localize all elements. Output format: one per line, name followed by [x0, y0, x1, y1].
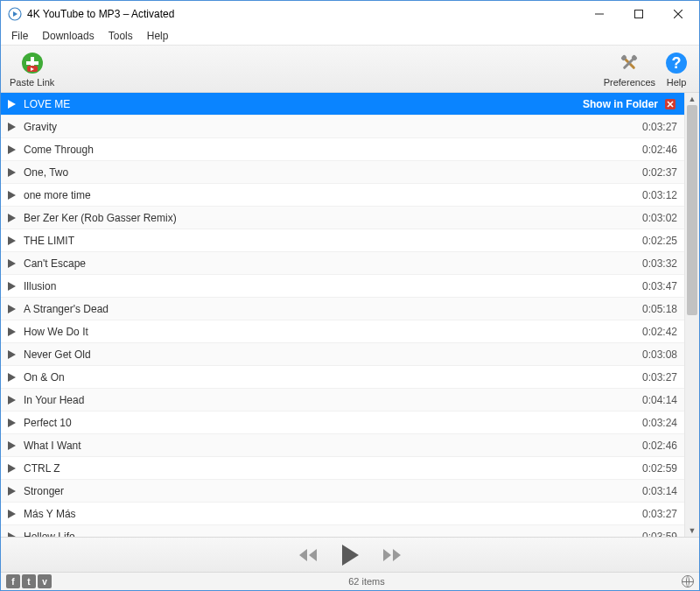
track-duration: 0:03:27 — [642, 121, 677, 133]
track-duration: 0:03:32 — [642, 257, 677, 270]
globe-icon[interactable] — [682, 575, 694, 587]
track-name: Hollow Life — [24, 531, 635, 538]
track-row[interactable]: Come Through0:02:46 — [1, 138, 684, 161]
play-icon — [6, 191, 17, 200]
track-duration: 0:02:42 — [642, 326, 677, 338]
play-icon — [6, 214, 17, 222]
window-title: 4K YouTube to MP3 – Activated — [27, 8, 579, 20]
track-row[interactable]: Can't Escape0:03:32 — [1, 252, 684, 275]
play-icon — [6, 100, 17, 109]
track-row[interactable]: How We Do It0:02:42 — [1, 320, 684, 343]
next-button[interactable] — [379, 542, 405, 568]
preferences-label: Preferences — [604, 77, 655, 88]
help-icon: ? — [664, 51, 689, 75]
app-window: 4K YouTube to MP3 – Activated File Downl… — [0, 0, 700, 591]
titlebar: 4K YouTube to MP3 – Activated — [1, 1, 699, 27]
track-row[interactable]: Stronger0:03:14 — [1, 480, 684, 503]
scrollbar[interactable]: ▲ ▼ — [684, 93, 699, 537]
track-name: CTRL Z — [24, 462, 635, 475]
facebook-icon[interactable]: f — [6, 574, 20, 588]
track-name: How We Do It — [24, 326, 635, 338]
track-row[interactable]: Más Y Más0:03:27 — [1, 503, 684, 525]
scroll-thumb[interactable] — [687, 105, 697, 315]
track-name: Never Get Old — [24, 348, 635, 361]
track-duration: 0:03:27 — [642, 508, 677, 520]
play-icon — [6, 487, 17, 496]
play-icon — [6, 305, 17, 313]
help-label: Help — [667, 77, 687, 88]
paste-link-icon — [20, 51, 45, 75]
play-icon — [6, 532, 17, 538]
paste-link-button[interactable]: Paste Link — [6, 48, 58, 90]
show-in-folder-link[interactable]: Show in Folder — [583, 98, 658, 110]
maximize-button[interactable] — [619, 2, 658, 27]
track-duration: 0:03:27 — [642, 371, 677, 383]
play-icon — [6, 123, 17, 131]
track-row[interactable]: Gravity0:03:27 — [1, 116, 684, 138]
track-name: LOVE ME — [24, 98, 583, 110]
menu-downloads[interactable]: Downloads — [35, 28, 101, 44]
track-row[interactable]: Hollow Life0:03:59 — [1, 525, 684, 537]
twitter-icon[interactable]: t — [22, 574, 36, 588]
track-duration: 0:03:02 — [642, 212, 677, 224]
item-count: 62 items — [52, 576, 682, 587]
track-row[interactable]: On & On0:03:27 — [1, 366, 684, 389]
track-name: What I Want — [24, 440, 635, 452]
track-row[interactable]: LOVE MEShow in Folder — [1, 93, 684, 116]
track-row[interactable]: One, Two0:02:37 — [1, 161, 684, 184]
track-name: THE LIMIT — [24, 235, 635, 247]
track-list[interactable]: LOVE MEShow in FolderGravity0:03:27Come … — [1, 93, 684, 537]
track-row[interactable]: In Your Head0:04:14 — [1, 389, 684, 412]
play-icon — [6, 419, 17, 427]
track-row[interactable]: one more time0:03:12 — [1, 184, 684, 207]
track-name: Stronger — [24, 485, 635, 497]
track-duration: 0:03:24 — [642, 417, 677, 429]
play-icon — [6, 168, 17, 177]
play-button[interactable] — [337, 542, 363, 568]
track-duration: 0:05:18 — [642, 303, 677, 315]
svg-rect-7 — [26, 61, 38, 65]
track-duration: 0:02:25 — [642, 235, 677, 247]
status-bar: f t v 62 items — [1, 573, 699, 590]
track-row[interactable]: Illusion0:03:47 — [1, 275, 684, 298]
track-duration: 0:03:14 — [642, 485, 677, 497]
menu-help[interactable]: Help — [140, 28, 176, 44]
help-button[interactable]: ? Help — [659, 48, 694, 90]
track-row[interactable]: THE LIMIT0:02:25 — [1, 229, 684, 252]
menu-file[interactable]: File — [4, 28, 35, 44]
scroll-up-icon[interactable]: ▲ — [685, 93, 699, 105]
play-icon — [6, 282, 17, 291]
track-duration: 0:02:46 — [642, 144, 677, 156]
track-duration: 0:02:37 — [642, 166, 677, 179]
track-duration: 0:03:59 — [642, 531, 677, 538]
svg-rect-2 — [634, 11, 642, 18]
menu-tools[interactable]: Tools — [102, 28, 140, 44]
previous-button[interactable] — [295, 542, 321, 568]
track-name: Come Through — [24, 144, 635, 156]
track-duration: 0:03:12 — [642, 189, 677, 201]
track-row[interactable]: CTRL Z0:02:59 — [1, 457, 684, 480]
close-button[interactable] — [658, 2, 697, 27]
track-duration: 0:03:08 — [642, 348, 677, 361]
scroll-down-icon[interactable]: ▼ — [685, 524, 699, 537]
track-name: Más Y Más — [24, 508, 635, 520]
track-row[interactable]: Never Get Old0:03:08 — [1, 343, 684, 366]
play-icon — [6, 350, 17, 359]
track-name: In Your Head — [24, 394, 635, 406]
play-icon — [6, 259, 17, 268]
track-row[interactable]: A Stranger's Dead0:05:18 — [1, 298, 684, 320]
minimize-button[interactable] — [579, 2, 619, 27]
track-name: Can't Escape — [24, 257, 635, 270]
play-icon — [6, 396, 17, 405]
remove-icon[interactable] — [663, 97, 677, 111]
track-row[interactable]: Ber Zer Ker (Rob Gasser Remix)0:03:02 — [1, 207, 684, 229]
play-icon — [6, 441, 17, 450]
track-row[interactable]: Perfect 100:03:24 — [1, 412, 684, 434]
play-icon — [6, 327, 17, 336]
track-name: Ber Zer Ker (Rob Gasser Remix) — [24, 212, 635, 224]
play-icon — [6, 464, 17, 473]
track-duration: 0:03:47 — [642, 280, 677, 292]
track-row[interactable]: What I Want0:02:46 — [1, 434, 684, 457]
vimeo-icon[interactable]: v — [38, 574, 52, 588]
preferences-button[interactable]: Preferences — [600, 48, 659, 90]
